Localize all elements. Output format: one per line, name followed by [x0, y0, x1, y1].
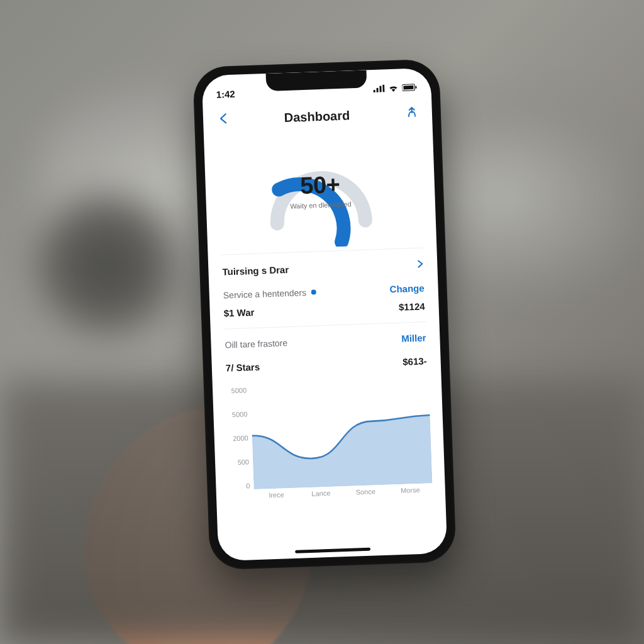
status-dot-icon [311, 289, 316, 294]
row-value: $613- [402, 355, 427, 367]
phone-frame: 1:42 Dashboard [192, 58, 457, 570]
miller-link[interactable]: Miller [401, 332, 426, 343]
svg-rect-6 [415, 86, 416, 89]
chevron-right-icon [417, 258, 424, 271]
row-label: $1 War [224, 307, 255, 319]
area-chart[interactable]: 5000500020005000 IreceLanceSonceMorse [225, 380, 433, 506]
content-area: 50+ Waity en dlereotned Tuirsing s Drar … [204, 131, 447, 561]
svg-rect-2 [379, 86, 381, 92]
chart-x-ticks: IreceLanceSonceMorse [254, 486, 433, 506]
arrow-left-icon [218, 113, 228, 124]
signal-icon [373, 84, 384, 92]
row-subtext: Service a hentenders [223, 287, 307, 300]
back-button[interactable] [214, 110, 231, 130]
svg-rect-1 [376, 88, 378, 92]
gauge-widget[interactable]: 50+ Waity en dlereotned [255, 138, 385, 250]
change-link[interactable]: Change [389, 282, 425, 294]
page-title: Dashboard [284, 108, 350, 125]
svg-rect-3 [382, 84, 384, 92]
share-icon [407, 106, 418, 118]
row-label: Tuirsing s Drar [222, 264, 289, 277]
nav-action-button[interactable] [402, 103, 421, 123]
svg-rect-0 [374, 90, 375, 92]
row-label: 7/ Stars [226, 362, 260, 374]
phone-notch [266, 70, 367, 91]
chart-y-ticks: 5000500020005000 [225, 386, 254, 490]
row-value: $1124 [399, 301, 425, 312]
phone-screen: 1:42 Dashboard [202, 68, 448, 561]
svg-rect-5 [403, 86, 413, 90]
wifi-icon [388, 84, 398, 92]
battery-icon [402, 84, 417, 92]
gauge-value: 50+ [257, 170, 383, 201]
status-time: 1:42 [216, 88, 235, 99]
row-subtext: Oill tare frastore [225, 338, 287, 350]
